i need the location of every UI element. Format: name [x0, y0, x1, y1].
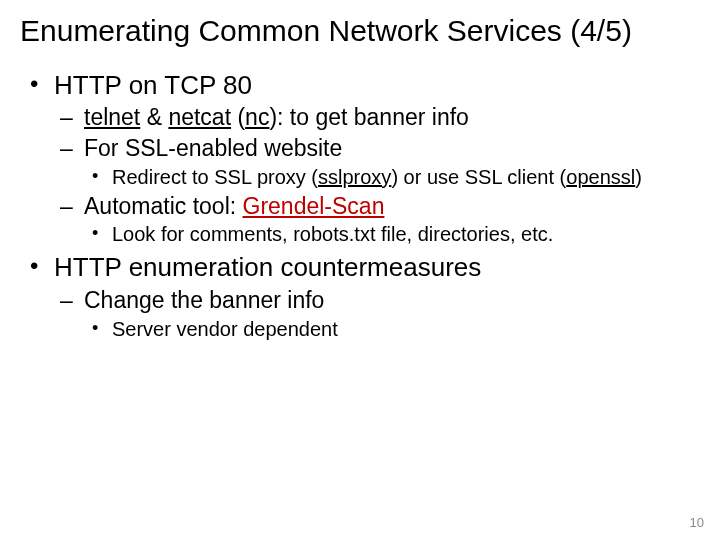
sublist: Change the banner info Server vendor dep… — [54, 286, 700, 342]
subsub-vendor: Server vendor dependent — [84, 317, 700, 342]
sub-change-banner: Change the banner info Server vendor dep… — [54, 286, 700, 342]
nc-term: nc — [245, 104, 269, 130]
sub-ssl-site-text: For SSL-enabled website — [84, 135, 342, 161]
netcat-term: netcat — [168, 104, 231, 130]
subsublist: Redirect to SSL proxy (sslproxy) or use … — [84, 165, 700, 190]
sslproxy-term: sslproxy — [318, 166, 391, 188]
autotool-pre: Automatic tool: — [84, 193, 243, 219]
bullet-http-text: HTTP on TCP 80 — [54, 70, 252, 100]
sub-autotool: Automatic tool: Grendel-Scan Look for co… — [54, 192, 700, 248]
openssl-term: openssl — [566, 166, 635, 188]
sub-telnet-netcat: telnet & netcat (nc): to get banner info — [54, 103, 700, 132]
bullet-countermeasures: HTTP enumeration countermeasures Change … — [20, 251, 700, 341]
sslproxy-post: ) — [635, 166, 642, 188]
lookfor-text: Look for comments, robots.txt file, dire… — [112, 223, 553, 245]
subsub-lookfor: Look for comments, robots.txt file, dire… — [84, 222, 700, 247]
slide: Enumerating Common Network Services (4/5… — [0, 0, 720, 540]
bullet-countermeasures-text: HTTP enumeration countermeasures — [54, 252, 481, 282]
sslproxy-pre: Redirect to SSL proxy ( — [112, 166, 318, 188]
sslproxy-mid: ) or use SSL client ( — [391, 166, 566, 188]
bullet-http: HTTP on TCP 80 telnet & netcat (nc): to … — [20, 69, 700, 248]
subsub-sslproxy: Redirect to SSL proxy (sslproxy) or use … — [84, 165, 700, 190]
page-number: 10 — [690, 515, 704, 530]
amp: & — [140, 104, 168, 130]
vendor-text: Server vendor dependent — [112, 318, 338, 340]
nc-rest: ): to get banner info — [269, 104, 468, 130]
subsublist: Look for comments, robots.txt file, dire… — [84, 222, 700, 247]
nc-open: ( — [231, 104, 245, 130]
sublist: telnet & netcat (nc): to get banner info… — [54, 103, 700, 247]
change-banner-text: Change the banner info — [84, 287, 324, 313]
grendel-scan-term: Grendel-Scan — [243, 193, 385, 219]
slide-title: Enumerating Common Network Services (4/5… — [20, 14, 700, 49]
telnet-term: telnet — [84, 104, 140, 130]
bullet-list: HTTP on TCP 80 telnet & netcat (nc): to … — [20, 69, 700, 342]
subsublist: Server vendor dependent — [84, 317, 700, 342]
sub-ssl-site: For SSL-enabled website Redirect to SSL … — [54, 134, 700, 190]
